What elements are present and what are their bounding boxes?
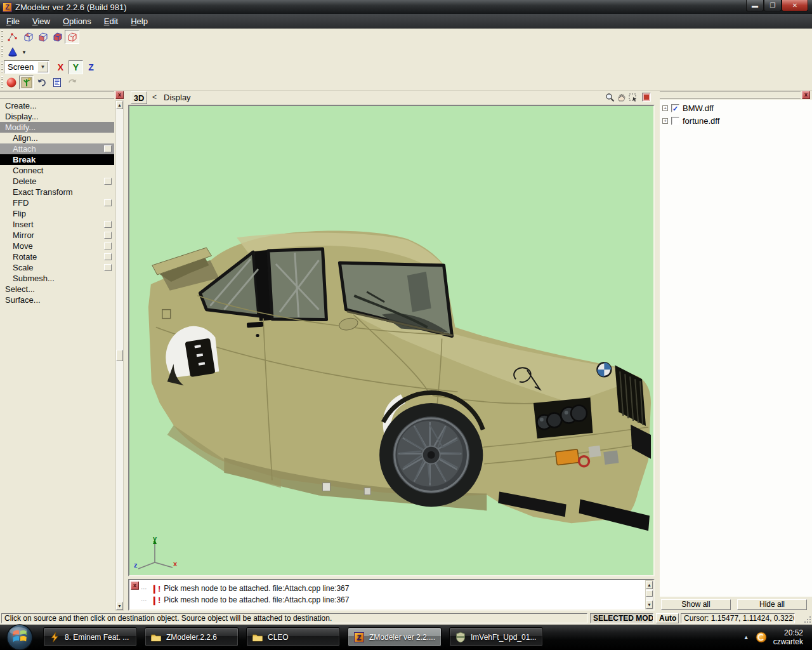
sidebar-item-select[interactable]: Select... [0,284,114,295]
menu-view[interactable]: View [26,15,56,27]
ffd-options-button[interactable] [104,199,112,206]
axis-z-button[interactable]: Z [84,60,98,74]
start-button[interactable] [5,623,34,650]
tray-app-icon[interactable] [756,632,767,643]
vertices-mode-button[interactable] [5,30,20,44]
restore-button[interactable]: ❐ [764,0,782,11]
sidebar-item-mirror[interactable]: Mirror [0,230,114,241]
scroll-down-icon[interactable]: ▼ [116,602,123,610]
expand-plus-icon[interactable]: + [662,118,668,124]
auto-button[interactable]: Auto [656,613,679,623]
toolbar-grip[interactable] [1,46,3,58]
sidebar-item-display[interactable]: Display... [0,111,114,122]
redo-button[interactable] [65,76,79,90]
surfaces-mode-button[interactable] [50,30,65,44]
notes-button[interactable] [49,76,64,90]
active-viewport-indicator[interactable] [642,93,651,102]
taskbar-button-cleo-folder[interactable]: CLEO [246,627,340,647]
axis-x-button[interactable]: X [53,60,68,74]
sidebar-item-modify[interactable]: Modify... [0,122,114,133]
menu-file[interactable]: File [0,15,26,27]
panel-drag-grip[interactable] [0,91,114,99]
scroll-up-icon[interactable]: ▲ [646,581,653,589]
scroll-down-icon[interactable]: ▼ [646,600,653,609]
clock[interactable]: 20:52 czwartek [773,628,803,646]
command-panel-close-icon[interactable]: x [115,91,124,99]
menu-options[interactable]: Options [56,15,98,27]
viewport-mode-button[interactable]: 3D [131,91,147,104]
sidebar-item-move[interactable]: Move [0,241,114,251]
select-region-button[interactable] [627,92,638,103]
viewport-3d-model-bmw[interactable] [129,106,653,575]
scroll-thumb[interactable] [116,350,123,361]
scroll-thumb[interactable] [646,590,653,597]
sidebar-item-exact-transform[interactable]: Exact Transform [0,187,114,197]
sidebar-item-surface[interactable]: Surface... [0,295,114,305]
command-list-scrollbar[interactable]: ▲ ▼ [115,100,124,611]
mirror-options-button[interactable] [104,232,112,239]
scale-options-button[interactable] [104,264,112,271]
hide-all-button[interactable]: Hide all [737,599,807,610]
visibility-checkbox-unchecked[interactable]: ✓ [671,117,679,125]
axis-y-button[interactable]: Y [69,60,83,74]
edges-mode-button[interactable] [21,30,36,44]
sidebar-item-attach[interactable]: Attach [0,143,114,154]
sidebar-item-rotate[interactable]: Rotate [0,251,114,262]
scene-panel-header[interactable] [660,91,801,100]
show-hidden-icons-arrow[interactable]: ▲ [743,634,749,640]
visibility-checkbox-checked[interactable]: ✓ [671,104,679,112]
menu-help[interactable]: Help [124,15,154,27]
undo-button[interactable] [34,76,49,90]
viewport-view-name[interactable]: Display [164,93,191,102]
message-log[interactable]: x ⋯ ❙! Pick mesh node to be attached. fi… [128,579,655,611]
coordinate-space-combo[interactable]: Screen ▼ [4,60,49,74]
insert-options-button[interactable] [104,221,112,228]
polygons-mode-button[interactable] [36,30,50,44]
attach-options-button[interactable] [104,145,112,152]
zoom-tool-button[interactable] [605,92,615,103]
viewport-3d-canvas[interactable]: y x z [128,105,655,576]
show-all-button[interactable]: Show all [661,599,731,610]
create-primitive-button[interactable] [5,45,20,59]
sidebar-item-insert[interactable]: Insert [0,219,114,230]
sidebar-item-flip[interactable]: Flip [0,208,114,219]
selected-mode-indicator[interactable]: SELECTED MODE [590,613,653,623]
taskbar-button-eminem[interactable]: 8. Eminem Feat. ... [43,627,137,647]
rotate-options-button[interactable] [104,253,112,260]
close-button[interactable]: ✕ [782,0,808,11]
move-options-button[interactable] [104,242,112,249]
expand-plus-icon[interactable]: + [662,105,668,111]
scroll-up-icon[interactable]: ▲ [116,101,123,109]
toolbar-grip[interactable] [1,76,3,89]
viewport-back-arrow[interactable]: < [152,93,157,102]
taskbar-button-imvehft[interactable]: ImVehFt_Upd_01... [449,627,543,647]
pan-tool-button[interactable] [616,92,627,103]
scene-panel-close-icon[interactable]: x [802,91,810,99]
sidebar-item-break[interactable]: Break [0,154,114,165]
minimize-button[interactable]: ▬ [746,0,764,11]
sidebar-item-delete[interactable]: Delete [0,176,114,187]
command-panel-header[interactable] [0,91,114,100]
title-bar[interactable]: Z ZModeler ver 2.2.6 (Build 981) [0,0,812,14]
sidebar-item-connect[interactable]: Connect [0,165,114,176]
log-scrollbar[interactable]: ▲ ▼ [645,580,653,609]
primitive-dropdown-arrow[interactable]: ▼ [20,45,29,59]
combo-arrow-icon[interactable]: ▼ [37,62,48,72]
panel-drag-grip[interactable] [660,91,801,99]
resize-grip[interactable] [803,615,811,623]
taskbar-button-zmodeler-app[interactable]: Z ZModeler ver 2.2.... [348,627,442,647]
tree-item-fortune[interactable]: + ✓ fortune.dff [662,115,719,126]
sidebar-item-create[interactable]: Create... [0,100,114,111]
delete-options-button[interactable] [104,178,112,185]
toolbar-grip[interactable] [1,30,3,43]
objects-mode-button[interactable] [65,30,79,44]
shaded-view-toggle[interactable] [19,76,34,90]
menu-edit[interactable]: Edit [98,15,124,27]
sidebar-item-align[interactable]: Align... [0,133,114,143]
sidebar-item-submesh[interactable]: Submesh... [0,273,114,284]
toolbar-grip[interactable] [1,61,3,74]
log-close-icon[interactable]: x [131,581,139,590]
tree-item-bmw[interactable]: + ✓ BMW.dff [662,102,714,114]
sidebar-item-ffd[interactable]: FFD [0,197,114,208]
taskbar-button-zmodeler-folder[interactable]: ZModeler.2.2.6 [145,627,239,647]
